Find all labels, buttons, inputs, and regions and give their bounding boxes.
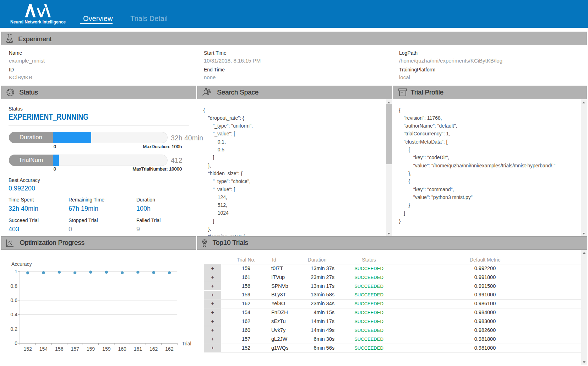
svg-text:156: 156 — [55, 346, 64, 352]
svg-text:0.2: 0.2 — [11, 326, 18, 332]
svg-text:162: 162 — [149, 346, 158, 352]
svg-text:0.6: 0.6 — [11, 297, 18, 303]
svg-text:Trial: Trial — [182, 341, 191, 346]
svg-text:159: 159 — [102, 346, 111, 352]
svg-text:0.4: 0.4 — [11, 312, 18, 317]
svg-text:159: 159 — [87, 346, 95, 352]
svg-text:152: 152 — [24, 346, 32, 352]
svg-text:1: 1 — [15, 269, 17, 274]
svg-text:162: 162 — [165, 346, 174, 352]
svg-text:154: 154 — [39, 346, 48, 352]
svg-text:157: 157 — [71, 346, 79, 352]
svg-text:Accuracy: Accuracy — [11, 261, 32, 267]
svg-text:0.8: 0.8 — [11, 283, 18, 289]
svg-text:0: 0 — [15, 340, 17, 346]
svg-text:160: 160 — [118, 346, 126, 352]
svg-text:161: 161 — [134, 346, 142, 352]
